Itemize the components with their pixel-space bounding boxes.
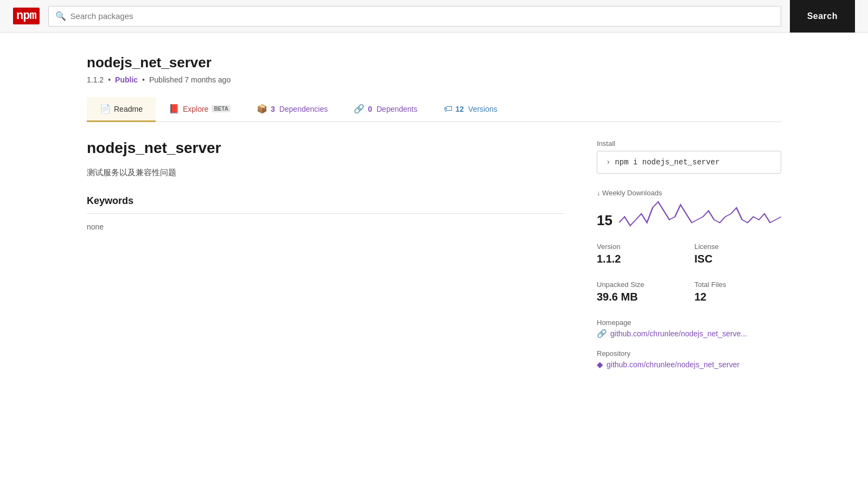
keywords-heading: Keywords [87,195,564,207]
readme-title: nodejs_net_server [87,139,564,157]
version-license-section: Version 1.1.2 License ISC [597,242,781,265]
repository-label: Repository [597,349,781,358]
readme-tab-icon: 📄 [100,104,111,114]
search-container: 🔍 [48,6,781,27]
size-files-section: Unpacked Size 39.6 MB Total Files 12 [597,280,781,303]
tab-dependents[interactable]: 🔗 0 Dependents [341,97,430,122]
meta-dot-1: • [108,75,111,84]
total-files-item: Total Files 12 [694,280,781,303]
keywords-value: none [87,222,564,231]
homepage-label: Homepage [597,318,781,327]
total-files-value: 12 [694,291,781,303]
readme-description: 测试服务以及兼容性问题 [87,168,564,178]
header: npm 🔍 Search [0,0,868,33]
readme-content: nodejs_net_server 测试服务以及兼容性问题 Keywords n… [87,139,564,380]
repository-section: Repository ◆ github.com/chrunlee/nodejs_… [597,349,781,369]
dependents-count: 0 [368,105,372,113]
meta-dot-2: • [142,75,145,84]
total-files-label: Total Files [694,280,781,289]
package-version: 1.1.2 [87,75,104,84]
unpacked-size-value: 39.6 MB [597,291,684,303]
dependents-tab-icon: 🔗 [354,104,365,114]
tab-dependencies[interactable]: 📦 3 Dependencies [244,97,341,122]
version-value: 1.1.2 [597,253,684,265]
deps-count: 3 [271,105,275,113]
license-value: ISC [694,253,781,265]
content-layout: nodejs_net_server 测试服务以及兼容性问题 Keywords n… [87,139,781,380]
tab-explore-label: Explore [183,105,208,113]
unpacked-size-label: Unpacked Size [597,280,684,289]
weekly-downloads-label: ↓ Weekly Downloads [597,189,781,197]
license-item: License ISC [694,242,781,265]
search-button[interactable]: Search [790,0,855,33]
tabs-nav: 📄 Readme 📕 Explore BETA 📦 3 Dependencies… [87,97,781,122]
sidebar: Install › npm i nodejs_net_server ↓ Week… [597,139,781,380]
tab-readme-label: Readme [114,105,143,113]
version-item: Version 1.1.2 [597,242,684,265]
homepage-url: github.com/chrunlee/nodejs_net_serve... [610,329,747,338]
package-published: Published 7 months ago [149,75,231,84]
versions-count: 12 [456,105,464,113]
npm-logo[interactable]: npm [13,8,40,24]
beta-badge: BETA [212,105,230,112]
tab-explore[interactable]: 📕 Explore BETA [156,97,244,122]
homepage-link[interactable]: 🔗 github.com/chrunlee/nodejs_net_serve..… [597,329,781,339]
package-visibility: Public [115,75,138,84]
downloads-row: 15 [597,200,781,227]
package-meta: 1.1.2 • Public • Published 7 months ago [87,75,781,84]
weekly-downloads-section: ↓ Weekly Downloads 15 [597,189,781,227]
repo-icon: ◆ [597,360,603,369]
downloads-chart [619,200,781,227]
tab-versions-label: Versions [468,105,497,113]
license-label: License [694,242,781,251]
versions-tab-icon: 🏷 [444,104,452,114]
unpacked-size-item: Unpacked Size 39.6 MB [597,280,684,303]
install-command-text: npm i nodejs_net_server [615,158,719,167]
explore-tab-icon: 📕 [169,104,180,114]
install-section: Install › npm i nodejs_net_server [597,139,781,174]
tab-deps-label: Dependencies [279,105,328,113]
tab-readme[interactable]: 📄 Readme [87,97,156,122]
main-content: nodejs_net_server 1.1.2 • Public • Publi… [54,33,814,402]
keywords-divider [87,213,564,214]
link-icon: 🔗 [597,329,607,339]
install-command-box[interactable]: › npm i nodejs_net_server [597,151,781,174]
repository-link[interactable]: ◆ github.com/chrunlee/nodejs_net_server [597,360,781,369]
tab-versions[interactable]: 🏷 12 Versions [431,97,510,122]
version-label: Version [597,242,684,251]
package-header: nodejs_net_server 1.1.2 • Public • Publi… [87,54,781,84]
homepage-section: Homepage 🔗 github.com/chrunlee/nodejs_ne… [597,318,781,339]
package-name: nodejs_net_server [87,54,781,71]
keywords-section: Keywords none [87,195,564,231]
search-icon: 🔍 [55,11,66,21]
tab-dependents-label: Dependents [376,105,418,113]
deps-tab-icon: 📦 [257,104,267,114]
install-prompt-icon: › [606,158,610,167]
search-input[interactable] [71,11,774,21]
repository-url: github.com/chrunlee/nodejs_net_server [607,360,739,369]
downloads-count: 15 [597,213,612,227]
install-label: Install [597,139,781,148]
